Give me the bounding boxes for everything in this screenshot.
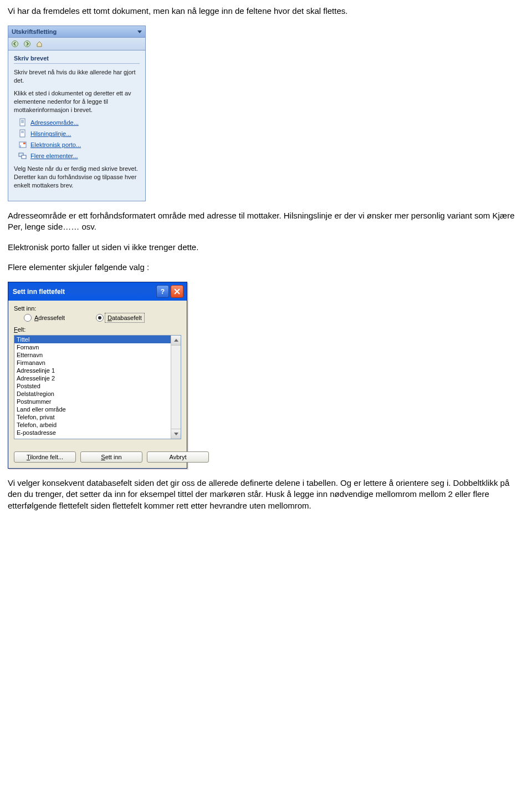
list-item[interactable]: Poststed [14,382,171,390]
list-item[interactable]: E-postadresse [14,429,171,436]
list-item[interactable]: Etternavn [14,351,171,359]
taskpane-title: Utskriftsfletting [12,28,57,35]
cards-icon [18,151,27,160]
stamp-icon [18,140,27,149]
help-button[interactable]: ? [156,285,169,298]
fields-listbox-wrap: TittelFornavnEtternavnFirmanavnAdresseli… [14,335,181,439]
close-button[interactable] [171,285,183,298]
electronic-postage-link[interactable]: Elektronisk porto... [18,140,140,149]
taskpane-section-heading: Skriv brevet [14,55,140,64]
list-item[interactable]: Fornavn [14,343,171,351]
more-items-link[interactable]: Flere elementer... [18,151,140,160]
fields-label: Felt: [14,326,181,333]
list-item[interactable]: Land eller område [14,405,171,413]
taskpane-footer-text: Velg Neste når du er ferdig med skrive b… [14,165,140,190]
list-item[interactable]: Telefon, privat [14,413,171,421]
paragraph-2: Adresseområde er ett forhåndsformatert o… [8,210,524,233]
address-block-link[interactable]: Adresseområde... [18,118,140,127]
dialog-title: Sett inn flettefelt [13,288,65,296]
insert-button[interactable]: Sett inn [80,451,142,463]
taskpane-text1: Skriv brevet nå hvis du ikke allerede ha… [14,68,140,85]
list-item[interactable]: Postnummer [14,398,171,405]
home-icon[interactable] [35,39,44,48]
insert-label: Sett inn: [14,305,181,312]
radio-label-rest: dressefelt [38,314,65,321]
svg-point-0 [12,41,18,47]
scroll-track[interactable] [171,346,181,429]
radio-label-rest: atabasefelt [112,314,142,321]
forward-icon[interactable] [23,39,32,48]
scroll-down-button[interactable] [171,429,181,439]
list-item[interactable]: Tittel [14,336,171,343]
database-field-radio[interactable]: Databasefelt [96,314,143,322]
link-label: Elektronisk porto... [30,141,81,148]
link-label: Adresseområde... [30,119,79,126]
assign-fields-button[interactable]: Tilordne felt... [14,451,76,463]
taskpane-toolbar [8,38,145,50]
paragraph-4: Flere elementer skjuler følgende valg : [8,262,524,273]
mailmerge-task-pane: Utskriftsfletting Skriv brevet Skriv bre… [8,26,146,201]
svg-point-1 [24,41,30,47]
list-item[interactable]: Firmanavn [14,359,171,367]
dialog-titlebar[interactable]: Sett inn flettefelt ? [8,282,187,301]
cancel-button[interactable]: Avbryt [147,451,209,463]
taskpane-titlebar[interactable]: Utskriftsfletting [8,26,145,38]
taskpane-body: Skriv brevet Skriv brevet nå hvis du ikk… [8,50,145,201]
svg-rect-12 [22,155,26,159]
document-icon [18,118,27,127]
greeting-line-link[interactable]: Hilsningslinje... [18,129,140,138]
intro-paragraph: Vi har da fremdeles ett tomt dokument, m… [8,6,524,17]
link-label: Flere elementer... [30,153,78,159]
insert-merge-field-dialog: Sett inn flettefelt ? Sett inn: Adressef… [8,282,187,469]
scrollbar[interactable] [171,336,181,439]
svg-rect-6 [20,130,25,137]
chevron-down-icon [174,433,178,435]
document-icon [18,129,27,138]
back-icon[interactable] [11,39,19,48]
scroll-up-button[interactable] [171,336,181,346]
list-item[interactable]: Adresselinje 2 [14,374,171,382]
list-item[interactable]: Delstat/region [14,390,171,398]
taskpane-text2: Klikk et sted i dokumentet og deretter e… [14,89,140,114]
dialog-body: Sett inn: Adressefelt Databasefelt Felt:… [8,301,187,468]
paragraph-3: Elektronisk porto faller ut siden vi ikk… [8,242,524,253]
chevron-down-icon[interactable] [137,31,142,33]
link-label: Hilsningslinje... [30,130,71,137]
dialog-button-row: Tilordne felt... Sett inn Avbryt [14,451,181,463]
list-item[interactable]: Adresselinje 1 [14,367,171,374]
address-field-radio[interactable]: Adressefelt [24,314,65,322]
fields-listbox[interactable]: TittelFornavnEtternavnFirmanavnAdresseli… [14,336,171,439]
svg-rect-10 [23,143,25,144]
radio-group: Adressefelt Databasefelt [24,314,181,322]
chevron-up-icon [174,339,178,342]
list-item[interactable]: Telefon, arbeid [14,421,171,429]
taskpane-link-list: Adresseområde... Hilsningslinje... Elekt… [18,118,140,160]
paragraph-5: Vi velger konsekvent databasefelt siden … [8,478,524,511]
